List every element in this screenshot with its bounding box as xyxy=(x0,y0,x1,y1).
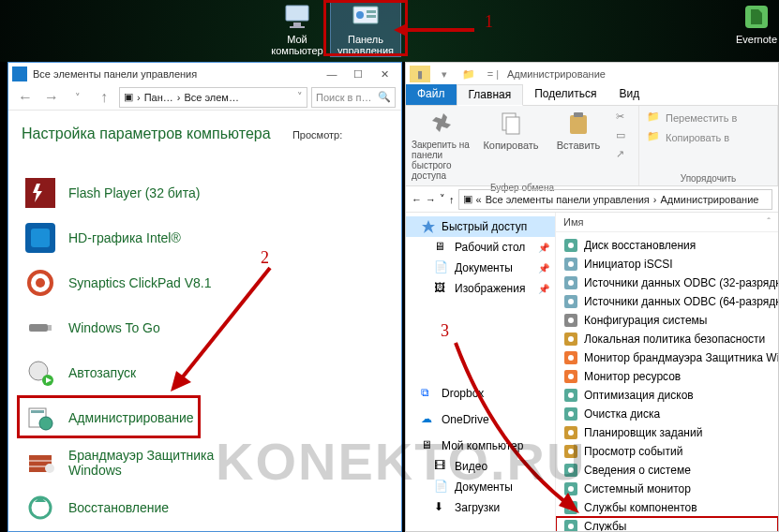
copy-to-icon: 📁 xyxy=(647,130,662,145)
ribbon-copy-to-button[interactable]: 📁Копировать в xyxy=(645,129,772,146)
svg-rect-34 xyxy=(574,112,583,117)
file-row[interactable]: Конфигурация системы xyxy=(556,311,778,330)
file-name: Службы компонентов xyxy=(584,501,697,514)
pin-icon: 📌 xyxy=(538,284,549,294)
paste-icon xyxy=(564,110,592,138)
ribbon-pin-button[interactable]: Закрепить на панели быстрого доступа xyxy=(412,110,475,181)
history-dropdown[interactable]: ˅ xyxy=(67,86,89,109)
tab-share[interactable]: Поделиться xyxy=(523,84,607,105)
ribbon-paste-shortcut-button[interactable]: ↗ xyxy=(614,147,633,164)
path-icon: ▭ xyxy=(616,129,631,144)
file-row[interactable]: Инициатор iSCSI xyxy=(556,255,778,273)
copy-icon xyxy=(497,110,525,138)
pin-icon: 📌 xyxy=(538,263,549,273)
svg-marker-35 xyxy=(422,220,435,233)
shortcut-icon: ↗ xyxy=(616,148,631,163)
synaptics-icon xyxy=(25,268,55,298)
close-button[interactable]: ✕ xyxy=(371,65,397,83)
forward-button[interactable]: → xyxy=(426,194,436,205)
watermark: KONEKTO.RU xyxy=(216,431,586,492)
intel-icon xyxy=(25,223,55,253)
annotation-arrow-1 xyxy=(392,21,476,39)
svg-marker-30 xyxy=(171,371,191,392)
pictures-icon: 🖼 xyxy=(434,281,449,296)
cp-titlebar[interactable]: Все элементы панели управления — ☐ ✕ xyxy=(8,63,401,84)
ribbon-copy-button[interactable]: Копировать xyxy=(479,110,543,181)
desktop-icon-evernote[interactable]: Evernote xyxy=(722,2,779,45)
ribbon-cut-button[interactable]: ✂ xyxy=(614,110,633,126)
svg-point-43 xyxy=(568,299,574,304)
search-icon: 🔍 xyxy=(378,91,391,103)
nav-desktop[interactable]: 🖥Рабочий стол📌 xyxy=(406,237,555,258)
svg-point-37 xyxy=(568,243,574,248)
nav-pictures[interactable]: 🖼Изображения📌 xyxy=(406,278,555,299)
autoplay-icon xyxy=(25,358,55,388)
minimize-button[interactable]: — xyxy=(319,65,345,83)
dropbox-icon: ⧉ xyxy=(421,386,436,401)
ribbon-copy-path-button[interactable]: ▭ xyxy=(614,128,633,145)
cp-title-text: Все элементы панели управления xyxy=(33,68,197,80)
file-name: Монитор брандмауэра Защитника Win… xyxy=(584,351,778,364)
tab-view[interactable]: Вид xyxy=(607,84,651,105)
annotation-box-2 xyxy=(17,395,201,438)
ribbon-group-organize: Упорядочить xyxy=(645,173,772,184)
cp-item-flash[interactable]: Flash Player (32 бита) xyxy=(22,170,392,215)
downloads-icon: ⬇ xyxy=(434,500,449,515)
documents-icon: 📄 xyxy=(434,260,449,275)
file-name: Оптимизация дисков xyxy=(584,389,694,402)
up-button[interactable]: ↑ xyxy=(93,86,115,109)
cp-heading: Настройка параметров компьютера xyxy=(22,126,271,141)
tab-home[interactable]: Главная xyxy=(457,84,524,106)
cp-breadcrumb[interactable]: ▣ › Пан… › Все элем… ˅ xyxy=(119,87,307,108)
tab-file[interactable]: Файл xyxy=(406,84,457,105)
file-row[interactable]: Диск восстановления xyxy=(556,236,778,255)
back-button[interactable]: ← xyxy=(412,194,422,205)
cp-item-intel-hd[interactable]: HD-графика Intel® xyxy=(22,215,392,260)
svg-rect-0 xyxy=(286,6,308,21)
sort-indicator: ˆ xyxy=(767,216,771,228)
ribbon-paste-button[interactable]: Вставить xyxy=(547,110,610,181)
shortcut-icon xyxy=(563,275,578,290)
cp-item-recovery[interactable]: Восстановление xyxy=(22,485,392,530)
back-button[interactable]: ← xyxy=(14,86,37,109)
column-header-name[interactable]: Имяˆ xyxy=(556,213,778,232)
ex-titlebar[interactable]: ▮ ▾ 📁 = | Администрирование xyxy=(406,63,778,84)
ex-title-text: Администрирование xyxy=(507,68,606,80)
svg-marker-68 xyxy=(559,493,579,513)
flash-icon xyxy=(25,178,55,208)
move-icon: 📁 xyxy=(647,111,662,126)
maximize-button[interactable]: ☐ xyxy=(345,65,371,83)
ex-breadcrumb[interactable]: ▣ « Все элементы панели управления › Адм… xyxy=(458,189,773,210)
file-name: Монитор ресурсов xyxy=(584,370,681,383)
svg-point-14 xyxy=(36,278,45,288)
ex-ribbon-tabs: Файл Главная Поделиться Вид xyxy=(406,84,778,106)
desktop-icon-label: Мой компьютер xyxy=(262,34,332,56)
qa-toggle[interactable]: ▾ xyxy=(434,66,455,82)
cp-address-bar: ← → ˅ ↑ ▣ › Пан… › Все элем… ˅ Поиск в п… xyxy=(8,84,401,111)
annotation-number-1: 1 xyxy=(485,12,493,32)
svg-rect-12 xyxy=(31,229,50,247)
file-name: Локальная политика безопасности xyxy=(584,332,765,346)
separator: = | xyxy=(483,66,503,82)
up-button[interactable]: ↑ xyxy=(449,194,455,205)
file-row[interactable]: Источники данных ODBC (32-разрядна… xyxy=(556,273,778,292)
svg-point-26 xyxy=(45,464,54,473)
ribbon-move-to-button[interactable]: 📁Переместить в xyxy=(645,110,772,126)
nav-documents[interactable]: 📄Документы📌 xyxy=(406,258,555,278)
history-dropdown[interactable]: ˅ xyxy=(440,193,445,205)
ex-address-bar: ← → ˅ ↑ ▣ « Все элементы панели управлен… xyxy=(406,186,778,213)
desktop-icon-my-computer[interactable]: Мой компьютер xyxy=(262,2,332,56)
nav-quick-access[interactable]: Быстрый доступ xyxy=(406,216,555,237)
cp-search-input[interactable]: Поиск в п… 🔍 xyxy=(311,87,396,108)
firewall-icon xyxy=(25,448,55,478)
star-icon xyxy=(421,219,436,234)
forward-button[interactable]: → xyxy=(40,86,63,109)
svg-rect-16 xyxy=(48,325,52,331)
file-row[interactable]: Источники данных ODBC (64-разрядна… xyxy=(556,292,778,311)
file-name: Конфигурация системы xyxy=(584,314,707,327)
ex-ribbon: Закрепить на панели быстрого доступа Коп… xyxy=(406,106,778,186)
svg-point-67 xyxy=(568,524,574,529)
control-panel-icon xyxy=(12,66,27,81)
file-name: Источники данных ODBC (64-разрядна… xyxy=(584,295,778,308)
onedrive-icon: ☁ xyxy=(421,412,436,427)
